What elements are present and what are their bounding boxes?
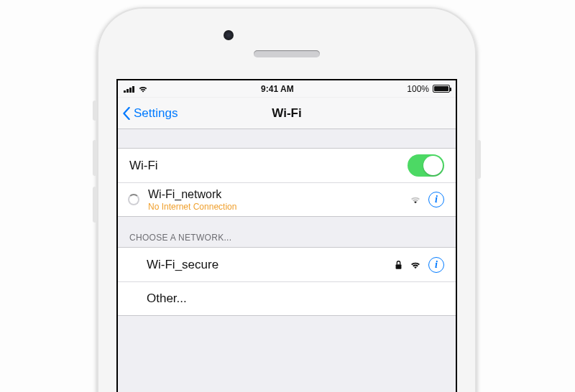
wifi-signal-icon xyxy=(410,261,421,269)
info-icon[interactable]: i xyxy=(428,192,444,207)
earpiece-speaker xyxy=(254,50,320,57)
networks-section-header: Choose a Network... xyxy=(118,217,456,247)
other-network-row[interactable]: Other... xyxy=(118,281,456,316)
battery-icon xyxy=(433,85,450,93)
spinner-icon xyxy=(128,194,139,205)
back-label: Settings xyxy=(134,106,178,121)
svg-rect-0 xyxy=(396,264,402,269)
connected-network-status: No Internet Connection xyxy=(148,202,410,212)
wifi-status-icon xyxy=(138,85,148,93)
volume-up-button xyxy=(93,140,97,176)
battery-percentage: 100% xyxy=(407,84,429,94)
nav-header: Settings Wi-Fi xyxy=(118,98,456,129)
screen: 9:41 AM 100% Settings Wi-Fi Wi-Fi xyxy=(116,79,457,392)
network-row[interactable]: Wi-Fi_secure i xyxy=(118,247,456,281)
page-title: Wi-Fi xyxy=(272,106,301,121)
back-button[interactable]: Settings xyxy=(122,98,178,129)
wifi-toggle-label: Wi-Fi xyxy=(129,159,408,173)
info-icon[interactable]: i xyxy=(428,257,444,273)
front-camera xyxy=(224,30,234,40)
network-name: Wi-Fi_secure xyxy=(147,258,395,272)
wifi-toggle-row: Wi-Fi xyxy=(118,148,456,182)
mute-switch xyxy=(93,101,97,121)
chevron-left-icon xyxy=(122,107,131,120)
other-label: Other... xyxy=(147,291,444,306)
volume-down-button xyxy=(93,187,97,223)
lock-icon xyxy=(395,260,402,270)
status-bar: 9:41 AM 100% xyxy=(118,80,456,98)
phone-frame: 9:41 AM 100% Settings Wi-Fi Wi-Fi xyxy=(97,7,477,392)
connected-network-name: Wi-Fi_network xyxy=(148,188,410,201)
status-time: 9:41 AM xyxy=(261,84,294,94)
connected-network-row[interactable]: Wi-Fi_network No Internet Connection i xyxy=(118,182,456,217)
power-button xyxy=(477,140,481,179)
cellular-signal-icon xyxy=(124,85,134,93)
wifi-signal-weak-icon xyxy=(410,195,421,204)
wifi-toggle-switch[interactable] xyxy=(408,154,444,177)
